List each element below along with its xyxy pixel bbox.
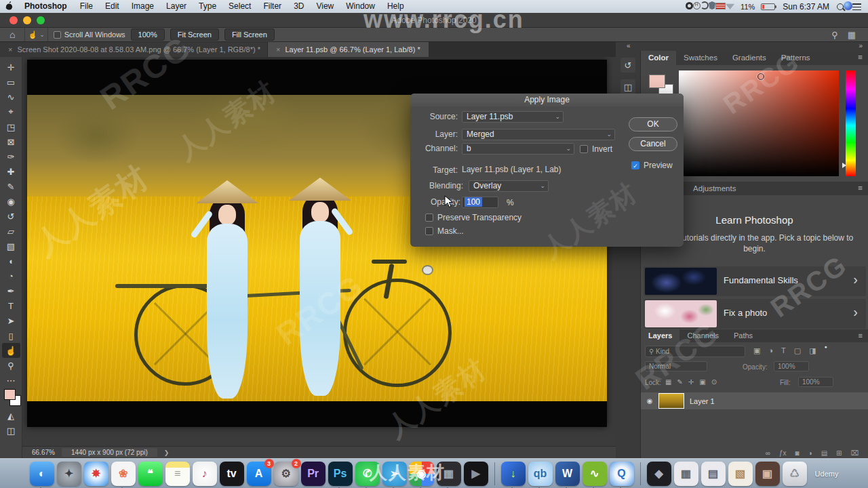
source-select[interactable]: Layer 11.psb⌄ — [462, 111, 564, 123]
color-picker-ring[interactable] — [757, 73, 764, 80]
eyedropper-tool[interactable]: ✑ — [2, 149, 20, 164]
link-layers-icon[interactable]: ∞ — [766, 449, 770, 458]
new-adjustment-layer-icon[interactable]: ◑ — [808, 449, 812, 458]
healing-brush-tool[interactable]: ✚ — [2, 164, 20, 179]
lock-position-icon[interactable]: ✛ — [688, 378, 694, 386]
layer-fill-field[interactable]: 100% — [798, 377, 833, 387]
dock-qbittorrent[interactable]: qb• — [528, 462, 553, 486]
marquee-tool[interactable]: ▭ — [2, 75, 20, 89]
Select[interactable]: Select — [222, 1, 257, 11]
dock-telegram[interactable]: ➢• — [382, 462, 407, 486]
dock-app-store[interactable]: A3 — [247, 462, 271, 486]
edit-toolbar-button[interactable]: ⋯ — [2, 373, 20, 388]
clone-stamp-tool[interactable]: ◉ — [2, 194, 20, 209]
lock-image-pixels-icon[interactable]: ✎ — [677, 378, 682, 386]
dock-folder-apps[interactable]: ▦ — [674, 462, 698, 486]
filter-shape-layers-icon[interactable]: ▢ — [794, 346, 801, 355]
keyboard-flag-icon[interactable] — [715, 3, 726, 9]
dock-launchpad[interactable]: ✦ — [57, 462, 81, 486]
File[interactable]: File — [74, 1, 99, 11]
layer-search-kind[interactable]: ⚲ Kind — [645, 346, 745, 357]
blending-select[interactable]: Overlay⌄ — [469, 180, 549, 192]
dock-folder-files[interactable]: ▤ — [701, 462, 726, 486]
tab-layers[interactable]: Layers — [641, 329, 679, 342]
dock-app-dark-2[interactable]: ▶ — [464, 462, 488, 486]
lasso-tool[interactable]: ∿ — [2, 89, 20, 104]
siri-icon[interactable] — [844, 1, 852, 10]
scroll-all-windows-option[interactable]: Scroll All Windows — [54, 30, 125, 39]
preserve-transparency-checkbox[interactable] — [425, 214, 433, 222]
hue-slider-bar[interactable] — [846, 70, 856, 176]
mask-option[interactable]: Mask... — [425, 226, 464, 236]
blend-mode-select[interactable]: Normal — [645, 361, 707, 371]
frame-tool[interactable]: ⊠ — [2, 134, 20, 149]
learn-card-fix-a-photo[interactable]: Fix a photo › — [644, 299, 866, 329]
properties-panel-icon[interactable]: ◫ — [620, 79, 635, 94]
dock-word[interactable]: W• — [555, 462, 580, 486]
screen-mode-button[interactable]: ◫ — [2, 423, 20, 438]
object-selection-tool[interactable]: ⌖ — [2, 104, 20, 119]
Help[interactable]: Help — [381, 1, 410, 11]
dock-cable-app[interactable]: ∿• — [583, 462, 607, 486]
Layer 11.psb @ 66.7% (Layer 1, Lab/8) *[interactable]: ×Layer 11.psb @ 66.7% (Layer 1, Lab/8) * — [268, 42, 429, 57]
dock-system-preferences[interactable]: ⚙2 — [274, 462, 298, 486]
dock-premiere-pro[interactable]: Pr — [301, 462, 326, 486]
close-tab-icon[interactable]: × — [8, 45, 12, 54]
layer-visibility-eye-icon[interactable]: ◉ — [641, 397, 658, 405]
dock-finder[interactable]: ◐• — [30, 462, 54, 486]
tab-color[interactable]: Color — [641, 51, 676, 65]
dock-chrome[interactable]: ◉• — [410, 462, 434, 486]
3D[interactable]: 3D — [288, 1, 310, 11]
history-panel-icon[interactable]: ↺ — [620, 58, 635, 73]
zoom-tool[interactable]: ⚲ — [2, 358, 20, 373]
antivirus-shield-icon[interactable] — [709, 1, 715, 9]
dodge-tool[interactable]: ◔ — [2, 268, 20, 283]
fit-screen-button[interactable]: Fit Screen — [170, 28, 219, 41]
channel-select[interactable]: b⌄ — [462, 143, 574, 155]
layer-select[interactable]: Merged⌄ — [462, 129, 615, 140]
hand-tool[interactable]: ☝ — [2, 343, 20, 358]
apple-menu-icon[interactable] — [0, 1, 18, 12]
document-dimensions[interactable]: 1440 px x 900 px (72 ppi) — [62, 448, 157, 457]
foreground-background-colors[interactable] — [2, 388, 20, 408]
Photoshop[interactable]: Photoshop — [18, 1, 74, 11]
scroll-all-windows-checkbox[interactable] — [54, 31, 61, 39]
path-selection-tool[interactable]: ➤ — [2, 313, 20, 328]
hotspot-icon[interactable] — [693, 2, 701, 9]
status-chevron-icon[interactable]: ❯ — [164, 449, 170, 456]
add-layer-mask-icon[interactable]: ◙ — [795, 449, 800, 458]
type-tool[interactable]: T — [2, 298, 20, 313]
layer-opacity-field[interactable]: 100% — [774, 361, 809, 371]
tab-paths[interactable]: Paths — [726, 329, 760, 342]
dialog-title[interactable]: Apply Image — [410, 94, 684, 106]
sync-icon[interactable] — [701, 1, 709, 9]
fill-screen-button[interactable]: Fill Screen — [224, 28, 275, 41]
Type[interactable]: Type — [193, 1, 222, 11]
hand-tool-preset[interactable]: ☝ ⌄ — [24, 28, 47, 41]
spotlight-icon[interactable] — [837, 3, 844, 10]
workspace-switcher-icon[interactable]: ▦ — [848, 30, 856, 40]
search-icon[interactable]: ⚲ — [831, 30, 838, 40]
dock-music[interactable]: ♪ — [193, 462, 217, 486]
foreground-color-swatch[interactable] — [649, 75, 665, 88]
panel-menu-icon[interactable]: ≡ — [853, 329, 868, 342]
home-screen-icon[interactable]: ⌂ — [5, 29, 19, 40]
layer-styles-fx-icon[interactable]: ƒx — [779, 449, 787, 458]
lock-all-icon[interactable]: ⊙ — [711, 378, 717, 386]
dock-photoshop[interactable]: Ps• — [328, 462, 353, 486]
screen-record-icon[interactable] — [686, 2, 693, 9]
dock-picture-map[interactable]: ▧ — [728, 462, 753, 486]
dock-notes[interactable]: ≡ — [165, 462, 190, 486]
rectangle-tool[interactable]: ▯ — [2, 328, 20, 343]
Layer[interactable]: Layer — [160, 1, 193, 11]
dock-picture-photo[interactable]: ▣ — [755, 462, 780, 486]
preserve-transparency-option[interactable]: Preserve Transparency — [425, 213, 521, 222]
blur-tool[interactable]: ◖ — [2, 253, 20, 268]
filter-pixel-layers-icon[interactable]: ▣ — [753, 346, 760, 355]
dock-downie[interactable]: ↓• — [501, 462, 526, 486]
opacity-input[interactable]: 100 — [462, 197, 498, 208]
layer-row-layer1[interactable]: ◉ Layer 1 — [641, 392, 868, 409]
layer-thumbnail[interactable] — [658, 393, 684, 409]
quick-mask-button[interactable]: ◭ — [2, 408, 20, 423]
hue-slider-handle[interactable] — [842, 163, 846, 168]
